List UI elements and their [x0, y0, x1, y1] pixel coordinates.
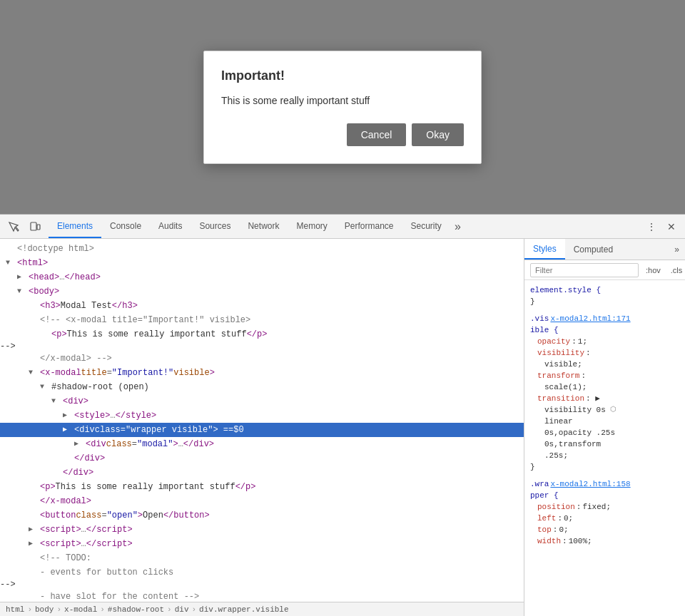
tab-styles[interactable]: Styles: [524, 239, 565, 260]
tab-security[interactable]: Security: [402, 215, 450, 238]
html-line-shadow-root[interactable]: #shadow-root (open): [0, 380, 524, 394]
html-line-script2[interactable]: <script>…</script>: [0, 537, 524, 551]
expand-head-icon[interactable]: [17, 271, 21, 284]
cancel-button[interactable]: Cancel: [347, 123, 407, 146]
style-rule-visible: .vis x-modal2.html:171 ible { opacity: 1…: [524, 312, 685, 474]
svg-rect-0: [31, 222, 36, 230]
html-line-script1[interactable]: <script>…</script>: [0, 523, 524, 537]
expand-script1-icon[interactable]: [29, 523, 33, 536]
external-link-icon: ⬡: [610, 404, 616, 416]
breadcrumb-shadow-root[interactable]: #shadow-root: [108, 605, 164, 614]
style-rule-wrapper: .wra x-modal2.html:158 pper { position: …: [524, 477, 685, 548]
html-line-div1-close[interactable]: </div>: [0, 451, 524, 466]
html-line-div-wrapper[interactable]: <div class="wrapper visible"> == $0: [0, 423, 524, 437]
html-line-p-content[interactable]: <p>This is some really important stuff</…: [0, 480, 524, 494]
tab-memory[interactable]: Memory: [288, 215, 335, 238]
html-line-doctype[interactable]: <!doctype html>: [0, 242, 524, 256]
tab-sources[interactable]: Sources: [191, 215, 239, 238]
modal-overlay: Important! This is some really important…: [0, 0, 685, 214]
html-line-body-open[interactable]: <body>: [0, 284, 524, 299]
hov-filter-button[interactable]: :hov: [643, 265, 664, 276]
html-line-comment-events[interactable]: - events for button clicks: [0, 565, 524, 580]
modal-buttons: Cancel Okay: [221, 123, 464, 146]
collapse-shadow-icon[interactable]: [40, 381, 44, 394]
modal-body: This is some really important stuff: [221, 95, 464, 106]
breadcrumb-xmodal[interactable]: x-modal: [64, 605, 97, 614]
devtools-close-icon[interactable]: ✕: [662, 217, 681, 236]
style-file-link-visible[interactable]: x-modal2.html:171: [550, 313, 630, 324]
expand-style-icon[interactable]: [63, 409, 67, 422]
tab-elements[interactable]: Elements: [49, 215, 101, 238]
devtools-menu-icon[interactable]: ⋮: [642, 217, 661, 236]
style-selector-visible: .vis: [530, 313, 549, 324]
devtools-panel: Elements Console Audits Sources Network …: [0, 214, 685, 616]
html-line-style[interactable]: <style>…</style>: [0, 409, 524, 423]
toolbar-left-icons: [0, 215, 49, 238]
style-file-link-wrapper[interactable]: x-modal2.html:158: [550, 478, 630, 490]
breadcrumb-div-wrapper[interactable]: div.wrapper.visible: [199, 605, 288, 614]
devtools-content: <!doctype html> <html> <head>…</head> <b…: [0, 239, 685, 616]
tab-network[interactable]: Network: [239, 215, 288, 238]
html-line-comment-xmodal-close[interactable]: </x-modal> -->: [0, 351, 524, 366]
styles-filter-input[interactable]: [530, 263, 639, 277]
tab-performance[interactable]: Performance: [336, 215, 402, 238]
html-line-html[interactable]: <html>: [0, 256, 524, 270]
html-line-comment-todo[interactable]: <!-- TODO:: [0, 551, 524, 565]
collapse-body-icon[interactable]: [17, 285, 21, 298]
style-rule-element: element.style { }: [524, 283, 685, 309]
style-selector-element: element.style {: [530, 284, 601, 296]
collapse-html-icon[interactable]: [6, 257, 10, 270]
collapse-div1-icon[interactable]: [51, 395, 56, 408]
svg-rect-1: [37, 225, 40, 230]
more-tabs-button[interactable]: »: [450, 215, 465, 238]
html-line-div1-open[interactable]: <div>: [0, 394, 524, 409]
breadcrumb-bar: html › body › x-modal › #shadow-root › d…: [0, 602, 524, 616]
html-line-comment-slot[interactable]: - have slot for the content -->: [0, 590, 524, 602]
expand-div-modal-icon[interactable]: [74, 438, 78, 451]
devtools-toolbar: Elements Console Audits Sources Network …: [0, 215, 685, 239]
styles-content[interactable]: element.style { } .vis x-modal2.html:171…: [524, 280, 685, 616]
styles-panel-tabs: Styles Computed »: [524, 239, 685, 260]
expand-script2-icon[interactable]: [29, 538, 33, 550]
breadcrumb-body[interactable]: body: [35, 605, 54, 614]
html-line-xmodal-close[interactable]: </x-modal>: [0, 494, 524, 508]
html-line-head[interactable]: <head>…</head>: [0, 270, 524, 284]
modal-title: Important!: [221, 68, 464, 83]
cls-filter-button[interactable]: .cls: [668, 265, 685, 276]
html-line-div-modal[interactable]: <div class="modal">…</div>: [0, 437, 524, 451]
devtools-tabs: Elements Console Audits Sources Network …: [49, 215, 642, 238]
ok-button[interactable]: Okay: [412, 123, 464, 146]
html-panel-content[interactable]: <!doctype html> <html> <head>…</head> <b…: [0, 239, 524, 602]
tab-audits[interactable]: Audits: [150, 215, 191, 238]
styles-filter-bar: :hov .cls +: [524, 260, 685, 280]
html-line-comment-xmodal-open[interactable]: <!-- <x-modal title="Important!" visible…: [0, 313, 524, 327]
html-panel: <!doctype html> <html> <head>…</head> <b…: [0, 239, 524, 616]
styles-panel: Styles Computed » :hov .cls + element.st…: [524, 239, 685, 616]
tab-console[interactable]: Console: [101, 215, 150, 238]
browser-preview: Important! This is some really important…: [0, 0, 685, 214]
toolbar-right-icons: ⋮ ✕: [642, 215, 685, 238]
breadcrumb-div[interactable]: div: [175, 605, 189, 614]
html-line-button[interactable]: <button class="open">Open</button>: [0, 508, 524, 523]
html-line-xmodal-open[interactable]: <x-modal title="Important!" visible>: [0, 366, 524, 380]
expand-div-wrapper-icon[interactable]: [63, 423, 67, 436]
tab-computed[interactable]: Computed: [565, 239, 621, 260]
collapse-xmodal-icon[interactable]: [29, 366, 33, 379]
html-line-div2-close[interactable]: </div>: [0, 466, 524, 480]
breadcrumb-html[interactable]: html: [6, 605, 24, 614]
styles-more-button[interactable]: »: [669, 239, 685, 260]
html-line-p-comment[interactable]: <p>This is some really important stuff</…: [0, 327, 524, 342]
html-line-h3[interactable]: <h3>Modal Test</h3>: [0, 299, 524, 313]
inspect-element-icon[interactable]: [4, 217, 23, 236]
style-selector-wrapper: .wra: [530, 478, 549, 490]
modal-dialog: Important! This is some really important…: [203, 51, 482, 164]
device-toggle-icon[interactable]: [26, 217, 44, 236]
